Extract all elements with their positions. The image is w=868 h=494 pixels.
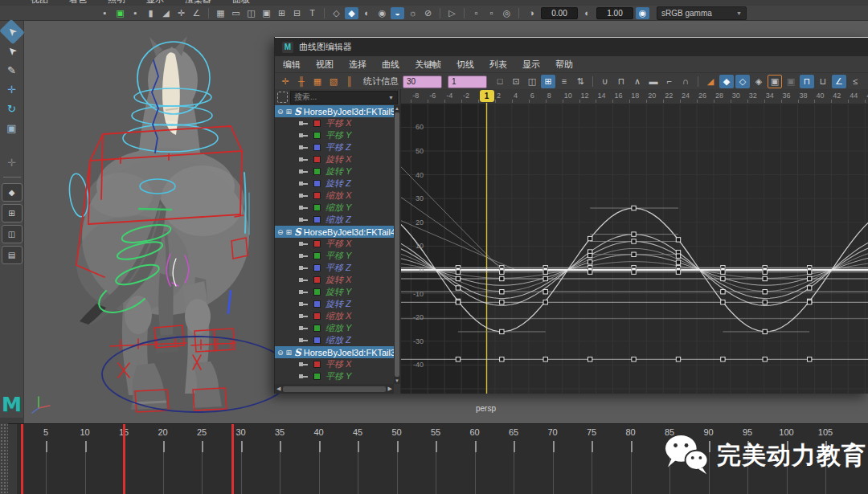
panel-menu-item[interactable]: 着色 [69, 0, 87, 6]
spline-toggle-icon[interactable]: ◇ [735, 75, 750, 88]
timeline-grip[interactable] [0, 423, 8, 494]
exposure-field[interactable]: 0.00 [541, 7, 578, 19]
timeline-key-marker[interactable] [123, 424, 125, 494]
gate-mask-icon[interactable]: ▣ [260, 7, 273, 19]
isolate-select-icon[interactable]: ▷ [445, 7, 459, 19]
xray-icon[interactable]: ▫ [469, 7, 483, 19]
menu-item[interactable]: 选择 [349, 59, 366, 71]
lock-tangent-weight-icon[interactable]: ≤ [848, 75, 862, 88]
center-current-time-icon[interactable]: ◫ [525, 75, 539, 88]
buffer-curve-snapshot-icon[interactable]: ▣ [768, 75, 782, 88]
vertical-scrollbar-thumb[interactable] [395, 112, 399, 377]
search-input[interactable]: 搜索... ▼ [290, 91, 398, 104]
menu-item[interactable]: 列表 [489, 59, 507, 71]
collapse-icon[interactable]: ⊖ [277, 108, 284, 116]
channel-row[interactable]: 缩放 X [275, 190, 394, 202]
menu-item[interactable]: 切线 [457, 59, 474, 71]
menu-item[interactable]: 关键帧 [415, 59, 441, 71]
channel-row[interactable]: 缩放 Z [275, 334, 394, 346]
gamma-field[interactable]: 1.00 [596, 7, 633, 19]
shadows-icon[interactable]: ◒ [391, 7, 404, 19]
linear-tangents-icon[interactable]: ∧ [630, 75, 645, 88]
outliner-node-row[interactable]: ⊖⊞SHorseByJoel3d:FKTail4_M [275, 226, 394, 238]
gamma-toggle-icon[interactable]: ◉ [636, 7, 649, 19]
menu-item[interactable]: 视图 [316, 59, 334, 71]
vertical-scrollbar[interactable]: ▲ ▼ [394, 105, 400, 384]
insert-keys-icon[interactable]: ╫ [294, 75, 309, 88]
frame-all-icon[interactable]: □ [493, 75, 507, 88]
scroll-up-icon[interactable]: ▲ [395, 105, 399, 112]
scroll-right-icon[interactable]: ▶ [388, 386, 392, 392]
collapse-icon[interactable]: ⊖ [277, 228, 284, 236]
two-pane-layout-button[interactable]: ◫ [2, 225, 23, 243]
stats-value-field[interactable]: 1 [448, 76, 487, 88]
menu-item[interactable]: 编辑 [283, 59, 301, 71]
measure-icon[interactable]: ∠ [190, 7, 203, 19]
channel-row[interactable]: 缩放 Y [275, 202, 394, 214]
horizontal-scrollbar[interactable]: ◀ ▶ [275, 384, 394, 394]
record-viewport-icon[interactable]: ▣ [113, 7, 127, 19]
xray-joints-icon[interactable]: ▫ [485, 7, 498, 19]
channel-row[interactable]: 平移 X [275, 238, 394, 250]
move-tool-icon[interactable]: ✛ [2, 81, 22, 98]
swap-buffer-curve-icon[interactable]: ▣ [784, 75, 798, 88]
resolution-gate-icon[interactable]: ◫ [244, 7, 258, 19]
channel-row[interactable]: 平移 Z [275, 262, 394, 274]
scroll-left-icon[interactable]: ◀ [276, 386, 280, 392]
ambient-occlusion-icon[interactable]: ☼ [406, 7, 420, 19]
fixed-tangent-icon[interactable]: ◈ [751, 75, 766, 88]
motion-blur-icon[interactable]: ⊘ [421, 7, 435, 19]
curve-plot[interactable] [401, 103, 868, 394]
lattice-deform-keys-icon[interactable]: ▦ [310, 75, 325, 88]
bookmark-icon[interactable]: ▮ [144, 7, 158, 19]
expand-icon[interactable]: ⊞ [286, 228, 293, 236]
paint-select-tool-icon[interactable]: ✎ [2, 62, 22, 79]
stats-time-field[interactable]: 30 [403, 76, 442, 88]
panel-menu-item[interactable]: 视图 [31, 0, 48, 6]
current-time-marker[interactable]: 1 [480, 90, 494, 102]
break-tangents-icon[interactable]: ⊓ [800, 75, 814, 88]
collapse-icon[interactable]: ⊖ [277, 349, 284, 357]
channel-row[interactable]: 平移 Y [275, 250, 394, 262]
curve-graph-area[interactable]: -8-6-4-202468101214161820222426283032343… [401, 89, 868, 394]
time-ruler[interactable]: -8-6-4-202468101214161820222426283032343… [401, 89, 868, 104]
move-nearest-picked-key-icon[interactable]: ✛ [278, 75, 293, 88]
timeline-key-marker[interactable] [231, 424, 234, 494]
channel-row[interactable]: 缩放 Y [275, 322, 394, 334]
use-all-lights-icon[interactable]: ◉ [375, 7, 389, 19]
textured-icon[interactable]: ◐ [360, 7, 374, 19]
horizontal-scrollbar-thumb[interactable] [283, 386, 385, 392]
panel-menu-item[interactable]: 显示 [146, 0, 164, 6]
extra-camera-icon[interactable]: ▪ [129, 7, 142, 19]
universal-manipulator-icon[interactable]: ✛ [2, 154, 22, 171]
snap-to-camera-icon[interactable]: ▪ [98, 7, 112, 19]
contrast-icon[interactable]: ◐ [580, 7, 594, 19]
channel-row[interactable]: 平移 Z [275, 141, 394, 153]
channel-row[interactable]: 平移 Y [275, 129, 394, 141]
flat-tangents-icon[interactable]: ▬ [646, 75, 661, 88]
single-pane-layout-button[interactable]: ◆ [2, 183, 23, 202]
filter-icon[interactable] [277, 92, 288, 103]
channel-row[interactable]: 旋转 X [275, 153, 394, 165]
plateau-tangents-icon[interactable]: ∩ [678, 75, 693, 88]
channel-row[interactable]: 缩放 X [275, 310, 394, 322]
retime-tool-icon[interactable]: ║ [342, 75, 357, 88]
stacked-curves-icon[interactable]: ≡ [557, 75, 571, 88]
clamped-tangents-icon[interactable]: ⊓ [614, 75, 628, 88]
timeline-key-marker[interactable] [21, 424, 23, 494]
outliner-pane-layout-button[interactable]: ▤ [2, 246, 23, 264]
channel-row[interactable]: 平移 X [275, 117, 394, 129]
pan-zoom-icon[interactable]: ✛ [174, 7, 188, 19]
channel-row[interactable]: 旋转 Y [275, 165, 394, 178]
channel-row[interactable]: 平移 Y [275, 370, 394, 382]
panel-menu-item[interactable]: 照明 [108, 0, 125, 6]
outliner-node-row[interactable]: ⊖⊞SHorseByJoel3d:FKTail5_M [275, 105, 394, 117]
free-tangent-weight-icon[interactable]: ∠ [832, 75, 846, 88]
time-snap-icon[interactable]: ◁ [864, 75, 868, 88]
lasso-tool-icon[interactable]: ➤ [0, 39, 24, 64]
wireframe-icon[interactable]: ◇ [330, 7, 343, 19]
field-chart-icon[interactable]: ⊞ [275, 7, 289, 19]
spline-tangents-icon[interactable]: ∪ [598, 75, 612, 88]
default-in-tangent-icon[interactable]: ◢ [703, 75, 718, 88]
unify-tangents-icon[interactable]: ⊔ [816, 75, 830, 88]
